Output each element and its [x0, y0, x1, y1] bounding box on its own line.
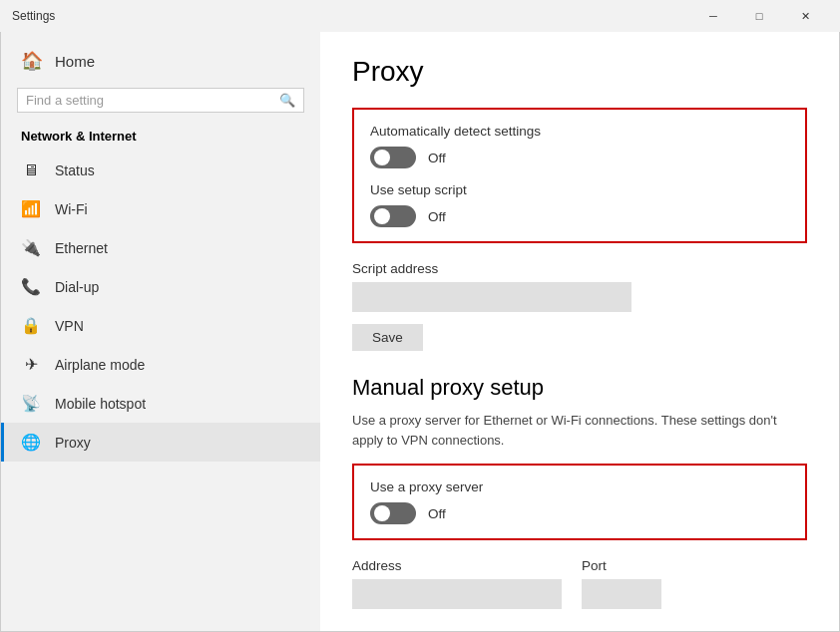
sidebar-item-vpn[interactable]: 🔒 VPN — [1, 306, 320, 345]
sidebar-item-dialup[interactable]: 📞 Dial-up — [1, 267, 320, 306]
setup-script-toggle[interactable] — [370, 205, 416, 227]
setup-script-state: Off — [428, 209, 446, 224]
manual-description: Use a proxy server for Ethernet or Wi-Fi… — [352, 411, 781, 450]
main-content: Proxy Automatically detect settings Off … — [320, 32, 839, 631]
automatic-proxy-section: Automatically detect settings Off Use se… — [352, 108, 807, 243]
hotspot-icon: 📡 — [21, 394, 41, 413]
address-group: Address — [352, 558, 562, 609]
use-proxy-toggle[interactable] — [370, 502, 416, 524]
auto-detect-state: Off — [428, 151, 446, 165]
sidebar-item-label-airplane: Airplane mode — [55, 357, 145, 373]
use-proxy-row: Off — [370, 502, 789, 524]
sidebar-item-status[interactable]: 🖥 Status — [1, 152, 320, 189]
setup-script-row: Off — [370, 205, 789, 227]
sidebar-item-proxy[interactable]: 🌐 Proxy — [1, 423, 320, 462]
sidebar-item-label-wifi: Wi-Fi — [55, 201, 88, 217]
port-label: Port — [582, 558, 661, 573]
search-box[interactable]: 🔍 — [17, 88, 304, 113]
use-proxy-state: Off — [428, 506, 446, 521]
airplane-icon: ✈ — [21, 355, 41, 374]
ethernet-icon: 🔌 — [21, 238, 41, 257]
app-body: 🏠 Home 🔍 Network & Internet 🖥 Status 📶 W… — [0, 32, 840, 632]
auto-detect-toggle[interactable] — [370, 147, 416, 168]
sidebar-section-title: Network & Internet — [1, 125, 320, 152]
home-icon: 🏠 — [21, 50, 43, 72]
address-input[interactable] — [352, 579, 562, 609]
sidebar-item-label-hotspot: Mobile hotspot — [55, 396, 146, 412]
sidebar-item-label-proxy: Proxy — [55, 435, 91, 451]
use-proxy-section: Use a proxy server Off — [352, 464, 807, 540]
sidebar-item-airplane[interactable]: ✈ Airplane mode — [1, 345, 320, 384]
sidebar-item-home[interactable]: 🏠 Home — [1, 40, 320, 82]
close-button[interactable]: ✕ — [782, 0, 828, 32]
dialup-icon: 📞 — [21, 277, 41, 296]
port-group: Port — [582, 558, 661, 609]
auto-detect-row: Off — [370, 147, 789, 168]
address-label: Address — [352, 558, 562, 573]
script-address-input[interactable] — [352, 282, 631, 312]
sidebar: 🏠 Home 🔍 Network & Internet 🖥 Status 📶 W… — [1, 32, 320, 631]
manual-section-title: Manual proxy setup — [352, 375, 807, 401]
maximize-button[interactable]: □ — [736, 0, 782, 32]
use-proxy-label: Use a proxy server — [370, 479, 789, 494]
save-button[interactable]: Save — [352, 324, 423, 351]
sidebar-item-wifi[interactable]: 📶 Wi-Fi — [1, 189, 320, 228]
proxy-icon: 🌐 — [21, 433, 41, 452]
search-input[interactable] — [26, 93, 273, 108]
wifi-icon: 📶 — [21, 199, 41, 218]
setup-script-label: Use setup script — [370, 182, 789, 197]
sidebar-item-hotspot[interactable]: 📡 Mobile hotspot — [1, 384, 320, 423]
status-icon: 🖥 — [21, 161, 41, 179]
sidebar-item-label-vpn: VPN — [55, 318, 84, 334]
sidebar-item-ethernet[interactable]: 🔌 Ethernet — [1, 228, 320, 267]
script-address-label: Script address — [352, 261, 807, 276]
port-input[interactable] — [582, 579, 661, 609]
auto-detect-label: Automatically detect settings — [370, 124, 789, 139]
vpn-icon: 🔒 — [21, 316, 41, 335]
sidebar-item-label-dialup: Dial-up — [55, 279, 99, 295]
sidebar-item-label-status: Status — [55, 162, 95, 178]
search-icon: 🔍 — [279, 93, 295, 108]
title-bar: Settings ─ □ ✕ — [0, 0, 840, 32]
home-label: Home — [55, 53, 95, 70]
minimize-button[interactable]: ─ — [690, 0, 736, 32]
window-controls: ─ □ ✕ — [690, 0, 828, 32]
page-title: Proxy — [352, 56, 807, 88]
app-title: Settings — [12, 9, 55, 23]
address-port-row: Address Port — [352, 558, 807, 609]
sidebar-item-label-ethernet: Ethernet — [55, 240, 108, 256]
